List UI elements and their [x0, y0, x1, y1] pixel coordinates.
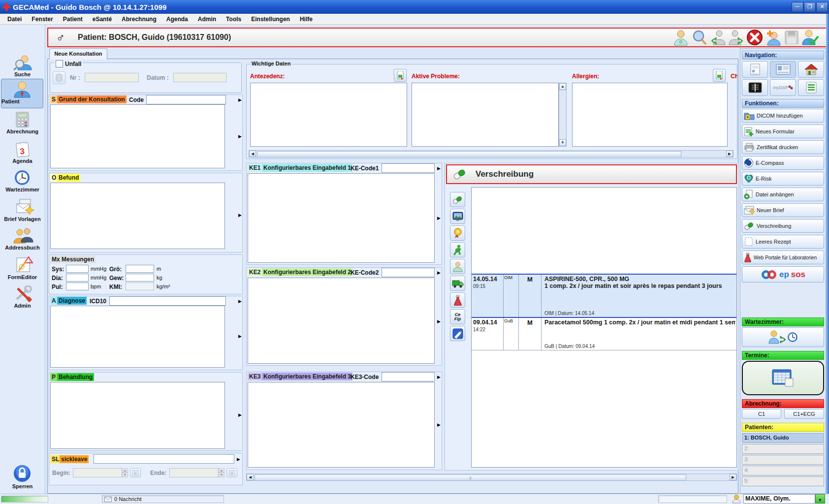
aktive-probleme-textarea[interactable] [412, 83, 559, 147]
cefip-button[interactable]: Ce Fip [450, 309, 465, 324]
sidebar-item-patient[interactable]: Patient [1, 79, 43, 108]
grund-code-input[interactable] [146, 95, 226, 104]
search-patient-button[interactable] [691, 29, 708, 46]
neues-formular-button[interactable]: Neues Formular [742, 125, 824, 138]
ke2-expand-icon[interactable]: ▶ [437, 319, 441, 324]
minimize-button[interactable]: ─ [792, 2, 803, 12]
sickleave-expand-icon[interactable]: ▶ [237, 457, 240, 462]
add-patient-button[interactable] [765, 29, 782, 46]
pul-input[interactable] [66, 283, 89, 290]
e-compass-button[interactable]: E-Compass [742, 156, 824, 170]
allergien-textarea[interactable] [572, 83, 728, 147]
menu-hilfe[interactable]: Hilfe [295, 15, 317, 24]
zertifikat-drucken-button[interactable]: Zertifikat drucken [742, 140, 824, 154]
menu-datei[interactable]: Datei [3, 15, 26, 24]
grund-expand-icon[interactable]: ▶ [238, 134, 242, 139]
dicom-hinzufuegen-button[interactable]: DICOM hinzufügen [742, 109, 824, 123]
gew-input[interactable] [126, 274, 154, 282]
ke1-code-input[interactable] [382, 163, 435, 173]
scrollbar-thumb[interactable]: || [255, 474, 686, 481]
menu-agenda[interactable]: Agenda [162, 15, 192, 24]
patient-slot-5[interactable]: 5: [742, 476, 824, 486]
ke2-code-input[interactable] [382, 268, 435, 277]
ke2-textarea[interactable] [248, 278, 435, 364]
wichtige-h-scrollbar[interactable]: ◀ ▶ [249, 150, 733, 158]
close-patient-button[interactable] [746, 29, 763, 46]
scroll-left-icon[interactable]: ◀ [249, 151, 256, 157]
unfall-checkbox[interactable] [56, 60, 63, 67]
web-portale-button[interactable]: Web Portale für Laboratorien [742, 251, 824, 264]
ke2-code-expand-icon[interactable]: ▶ [437, 270, 441, 275]
verschreibung-button[interactable]: Verschreibung [742, 219, 824, 233]
scroll-down-icon[interactable]: ▼ [559, 139, 566, 146]
medication-row[interactable]: 14.05.14 09:15 OIM M ASPIRINE-500, CPR.,… [472, 274, 736, 318]
ke1-textarea[interactable] [248, 173, 435, 263]
wartezimmer-button[interactable] [742, 327, 824, 347]
ke3-textarea[interactable] [248, 382, 435, 468]
ke3-code-input[interactable] [382, 372, 435, 381]
diagnose-expand-icon[interactable]: ▶ [238, 334, 242, 339]
doctor-button[interactable] [672, 29, 689, 46]
patient-info-button[interactable] [450, 259, 465, 274]
befund-expand-icon[interactable]: ▶ [238, 213, 242, 218]
patient-slot-3[interactable]: 3: [742, 455, 824, 465]
nav-mydsp-button[interactable]: myDSP [770, 79, 796, 96]
behandlung-textarea[interactable] [50, 382, 225, 449]
patient-slot-1[interactable]: 1: BOSCH, Guido [742, 433, 824, 443]
antezedenz-textarea[interactable] [250, 83, 407, 147]
allergien-edit-button[interactable] [713, 69, 726, 82]
nav-invoice-button[interactable] [742, 61, 768, 78]
sidebar-item-formeditor[interactable]: FormEditor [0, 256, 45, 280]
menu-einstellungen[interactable]: Einstellungen [247, 15, 294, 24]
c1-ecg-button[interactable]: C1+ECG [784, 409, 824, 419]
activity-button[interactable] [450, 242, 465, 257]
lab-flask-button[interactable] [450, 292, 465, 308]
tab-neue-konsultation[interactable]: Neue Konsultation [49, 48, 107, 60]
patient-slot-2[interactable]: 2: [742, 444, 824, 454]
validate-patient-button[interactable] [802, 29, 819, 46]
menu-admin[interactable]: Admin [193, 15, 221, 24]
menu-fenster[interactable]: Fenster [27, 15, 57, 24]
scroll-up-icon[interactable]: ▲ [559, 83, 566, 90]
leeres-rezept-button[interactable]: Leeres Rezept [742, 235, 824, 249]
menu-esante[interactable]: eSanté [88, 15, 116, 24]
datei-anhaengen-button[interactable]: Datei anhängen [742, 188, 824, 201]
ke1-expand-icon[interactable]: ▶ [437, 216, 441, 220]
scrollbar-thumb[interactable] [257, 151, 681, 158]
sidebar-item-agenda[interactable]: 3 Agenda [0, 141, 45, 164]
sys-input[interactable] [66, 265, 89, 273]
sidebar-item-brief-vorlagen[interactable]: Brief Vorlagen [0, 198, 45, 222]
befund-textarea[interactable] [50, 183, 225, 249]
ke3-code-expand-icon[interactable]: ▶ [437, 375, 441, 379]
sign-pen-button[interactable] [450, 326, 465, 341]
previous-patient-button[interactable] [709, 29, 726, 46]
nav-home-button[interactable] [798, 61, 824, 78]
ke1-code-expand-icon[interactable]: ▶ [437, 166, 441, 171]
dia-input[interactable] [66, 274, 89, 282]
scroll-right-icon[interactable]: ▶ [726, 151, 733, 157]
neuer-brief-button[interactable]: Neuer Brief [742, 203, 824, 217]
nav-xray-button[interactable] [742, 79, 768, 96]
termine-button[interactable] [742, 361, 824, 395]
gro-input[interactable] [126, 265, 154, 273]
grund-code-expand-icon[interactable]: ▶ [238, 97, 242, 102]
c1-button[interactable]: C1 [742, 409, 781, 419]
sidebar-item-wartezimmer[interactable]: Wartezimmer [0, 169, 45, 192]
next-patient-button[interactable] [728, 29, 745, 46]
nav-green-doc-button[interactable] [798, 79, 824, 96]
restore-button[interactable]: ❐ [804, 2, 816, 12]
medication-row[interactable]: 09.04.14 14:22 GuB M Paracetamol 500mg 1… [472, 318, 736, 350]
ke3-expand-icon[interactable]: ▶ [437, 422, 441, 427]
patient-slot-4[interactable]: 4: [742, 466, 824, 475]
scroll-left-icon[interactable]: ◀ [247, 474, 254, 480]
unfall-checkbox-row[interactable]: Unfall [54, 60, 83, 67]
message-status-cell[interactable]: 0 Nachricht [102, 495, 224, 503]
sidebar-item-suche[interactable]: Suche [0, 53, 45, 77]
monitor-button[interactable] [450, 209, 465, 224]
sickleave-input[interactable] [94, 454, 234, 464]
icd10-expand-icon[interactable]: ▶ [238, 299, 242, 304]
bottom-h-scrollbar[interactable]: ◀ ▶ || [246, 473, 737, 481]
menu-patient[interactable]: Patient [59, 15, 87, 24]
seal-button[interactable] [450, 225, 465, 241]
menu-abrechnung[interactable]: Abrechnung [117, 15, 161, 24]
